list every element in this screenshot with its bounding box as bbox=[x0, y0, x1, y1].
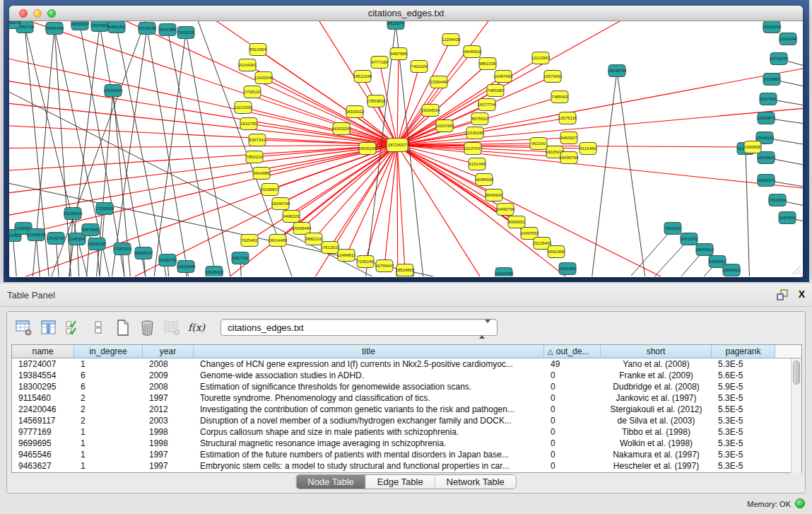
graph-node[interactable]: 10973493 bbox=[543, 71, 563, 83]
table-row[interactable]: 1830029562008Estimation of significance … bbox=[12, 381, 792, 392]
cell-name[interactable]: 9115460 bbox=[12, 392, 74, 404]
graph-node[interactable]: 13142737 bbox=[47, 233, 66, 245]
graph-edge-selected[interactable] bbox=[397, 145, 504, 276]
graph-node[interactable]: 8575510 bbox=[471, 113, 488, 125]
graph-node[interactable]: 16086906 bbox=[475, 174, 494, 186]
close-panel-button[interactable]: X bbox=[799, 288, 805, 300]
graph-node[interactable]: 17612515 bbox=[321, 242, 340, 254]
graph-node[interactable]: 15166827 bbox=[261, 184, 280, 196]
graph-edge-selected[interactable] bbox=[264, 78, 397, 145]
graph-node[interactable]: 1167533 bbox=[779, 212, 796, 224]
cell-out-degree[interactable]: 0 bbox=[544, 404, 601, 415]
network-canvas[interactable]: 1405572420891406106532871527602646616110… bbox=[9, 21, 803, 276]
checklist-icon[interactable] bbox=[64, 318, 82, 337]
graph-node[interactable]: 7625402 bbox=[241, 235, 258, 247]
graph-node[interactable]: 10922346 bbox=[495, 268, 514, 277]
cell-pagerank[interactable]: 5.9E-5 bbox=[712, 381, 775, 392]
graph-edge[interactable] bbox=[631, 228, 673, 276]
table-row[interactable]: 946362711997Embryonic stem cells: a mode… bbox=[12, 460, 792, 472]
column-header-out-degree[interactable]: △ out_de... bbox=[544, 345, 601, 358]
graph-node[interactable]: 12156829 bbox=[27, 229, 46, 241]
cell-title[interactable]: Corpus callosum shape and size in male p… bbox=[194, 426, 544, 438]
table-row[interactable]: 969969511998Structural magnetic resonanc… bbox=[12, 438, 792, 449]
graph-node[interactable]: 12420046 bbox=[254, 72, 273, 84]
graph-node[interactable]: 12093872 bbox=[757, 112, 776, 124]
graph-node[interactable]: 10654112 bbox=[695, 244, 714, 256]
graph-node[interactable]: 8471676 bbox=[681, 233, 698, 245]
cell-year[interactable]: 1998 bbox=[143, 426, 194, 438]
graph-edge-selected[interactable] bbox=[397, 54, 399, 145]
graph-node[interactable]: 15751074 bbox=[770, 53, 789, 65]
graph-node[interactable]: 20153346 bbox=[104, 85, 123, 97]
cell-year[interactable]: 2003 bbox=[143, 415, 194, 426]
graph-node[interactable]: 10944022 bbox=[722, 264, 741, 276]
graph-node[interactable]: 12975115 bbox=[558, 112, 577, 124]
table-source-dropdown[interactable]: citations_edges.txt bbox=[220, 319, 498, 336]
cell-year[interactable]: 1997 bbox=[143, 449, 194, 460]
graph-node[interactable]: 16914489 bbox=[269, 235, 288, 247]
cell-short[interactable]: Franke et al. (2009) bbox=[601, 370, 712, 381]
cell-pagerank[interactable]: 5.6E-5 bbox=[712, 370, 775, 381]
cell-in-degree[interactable]: 6 bbox=[74, 370, 143, 381]
cell-year[interactable]: 1998 bbox=[143, 438, 194, 449]
graph-edge[interactable] bbox=[617, 71, 649, 276]
graph-edge[interactable] bbox=[167, 30, 221, 276]
graph-edge-selected[interactable] bbox=[397, 145, 405, 270]
graph-node[interactable]: 18300295 bbox=[358, 143, 377, 155]
table-row[interactable]: 946554611997Estimation of the future num… bbox=[12, 449, 792, 460]
graph-node[interactable]: 7615526 bbox=[177, 27, 194, 39]
cell-name[interactable]: 9463627 bbox=[12, 460, 74, 472]
cell-in-degree[interactable]: 1 bbox=[74, 358, 143, 370]
tab-node-table[interactable]: Node Table bbox=[296, 475, 366, 489]
graph-node[interactable]: 16958107 bbox=[134, 247, 153, 259]
graph-node[interactable]: 9463627 bbox=[560, 132, 577, 144]
graph-node[interactable]: 9777169 bbox=[371, 57, 388, 69]
column-header-short[interactable]: short bbox=[601, 345, 712, 358]
tab-network-table[interactable]: Network Table bbox=[435, 475, 516, 489]
graph-node[interactable]: 11120440 bbox=[779, 33, 797, 45]
cell-in-degree[interactable]: 1 bbox=[74, 449, 143, 460]
cell-in-degree[interactable]: 2 bbox=[74, 392, 143, 404]
cell-out-degree[interactable]: 49 bbox=[544, 358, 601, 370]
graph-node[interactable]: 8813074 bbox=[387, 21, 404, 30]
tab-edge-table[interactable]: Edge Table bbox=[366, 475, 435, 489]
cell-out-degree[interactable]: 0 bbox=[544, 438, 601, 449]
function-builder-icon[interactable]: f(x) bbox=[187, 318, 206, 337]
graph-node[interactable]: 10167487 bbox=[435, 120, 454, 132]
graph-node[interactable]: 9832450 bbox=[559, 263, 576, 275]
cell-in-degree[interactable]: 1 bbox=[74, 460, 143, 472]
cell-in-degree[interactable]: 1 bbox=[74, 438, 143, 449]
graph-node[interactable]: 8367341 bbox=[249, 134, 266, 146]
column-header-name[interactable]: name bbox=[12, 345, 74, 358]
cell-out-degree[interactable]: 0 bbox=[544, 381, 601, 392]
cell-name[interactable]: 18300295 bbox=[12, 381, 74, 392]
cell-name[interactable]: 22420046 bbox=[12, 404, 74, 415]
graph-node[interactable]: 12484811 bbox=[337, 250, 356, 262]
float-panel-icon[interactable] bbox=[777, 289, 788, 300]
cell-name[interactable]: 9777169 bbox=[12, 426, 74, 438]
graph-node[interactable]: 9914685 bbox=[253, 168, 270, 180]
graph-node[interactable]: 30975887 bbox=[81, 224, 100, 236]
cell-title[interactable]: Structural magnetic resonance image aver… bbox=[194, 438, 544, 449]
cell-name[interactable]: 14569117 bbox=[12, 415, 74, 426]
cell-short[interactable]: Dudbridge et al. (2008) bbox=[601, 381, 712, 392]
cell-name[interactable]: 18724007 bbox=[12, 358, 74, 370]
graph-edge-selected[interactable] bbox=[397, 64, 803, 145]
graph-node[interactable]: 7485063 bbox=[551, 91, 568, 103]
table-row[interactable]: 1938455462009Genome-wide association stu… bbox=[12, 370, 792, 381]
cell-out-degree[interactable]: 0 bbox=[544, 392, 601, 404]
graph-node[interactable]: 19154534 bbox=[421, 105, 440, 117]
graph-node[interactable]: 7632621 bbox=[664, 223, 681, 235]
cell-year[interactable]: 2012 bbox=[143, 404, 194, 415]
graph-node[interactable]: 1527602 bbox=[91, 21, 108, 32]
network-graph[interactable]: 1405572420891406106532871527602646616110… bbox=[9, 21, 803, 276]
cell-year[interactable]: 2008 bbox=[143, 358, 194, 370]
column-header-in-degree[interactable]: in_degree bbox=[74, 345, 143, 358]
cell-out-degree[interactable]: 0 bbox=[544, 426, 601, 438]
cell-title[interactable]: Tourette syndrome. Phenomenology and cla… bbox=[194, 392, 544, 404]
cell-short[interactable]: Tibbo et al. (1998) bbox=[601, 426, 712, 438]
graph-node[interactable]: 12923468 bbox=[177, 261, 196, 273]
cell-title[interactable]: Changes of HCN gene expression and I(f) … bbox=[194, 358, 544, 370]
table-vertical-scrollbar[interactable] bbox=[791, 358, 801, 473]
graph-node[interactable]: 16164361 bbox=[238, 59, 257, 71]
